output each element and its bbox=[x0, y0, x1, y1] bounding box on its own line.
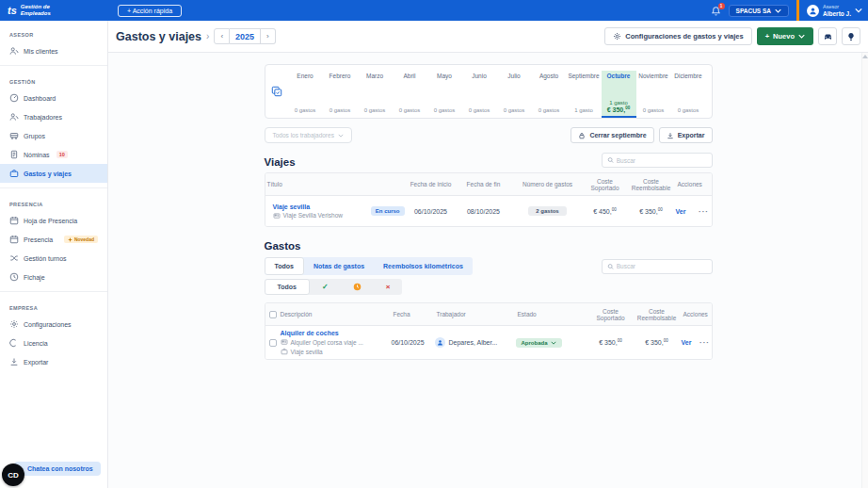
card-icon bbox=[281, 338, 288, 346]
sidebar-item-gestion-turnos[interactable]: Gestión turnos bbox=[0, 249, 107, 268]
tab-todos[interactable]: Todos bbox=[265, 257, 304, 275]
search-icon bbox=[607, 263, 614, 270]
sidebar-item-trabajadores[interactable]: Trabajadores bbox=[0, 107, 107, 126]
sidebar-section-empresa: EMPRESA bbox=[0, 301, 107, 315]
chevron-down-icon bbox=[338, 134, 344, 138]
company-selector[interactable]: SPACUS SA bbox=[729, 5, 789, 17]
trip-row-menu-button[interactable]: ··· bbox=[697, 207, 712, 216]
notification-badge: 1 bbox=[718, 3, 725, 9]
app-logo[interactable]: ts Gestión deEmpleados bbox=[0, 4, 108, 17]
people-icon bbox=[9, 112, 19, 122]
month-cell-septiembre[interactable]: Septiembre1 gasto bbox=[567, 71, 602, 118]
user-menu[interactable]: Asesor Alberto J. bbox=[807, 3, 862, 19]
status-filter-pending[interactable] bbox=[341, 279, 374, 295]
sidebar-item-hoja-de-presencia[interactable]: Hoja de Presencia bbox=[0, 211, 107, 230]
tips-button[interactable] bbox=[842, 27, 860, 45]
download-icon bbox=[9, 357, 19, 366]
quick-action-button[interactable]: + Acción rápida bbox=[118, 5, 182, 17]
viajes-table-row: Viaje sevilla Viaje Sevilla Verishow En … bbox=[265, 196, 712, 226]
sidebar-item-configuraciones[interactable]: Configuraciones bbox=[0, 315, 107, 333]
divider bbox=[0, 291, 107, 292]
download-icon bbox=[667, 132, 674, 139]
expense-link[interactable]: Alquiler de coches bbox=[281, 330, 339, 336]
gastos-search[interactable] bbox=[602, 259, 713, 274]
trip-link[interactable]: Viaje sevilla bbox=[273, 203, 311, 210]
sidebar-item-exportar[interactable]: Exportar bbox=[0, 352, 107, 371]
status-filter-rejected[interactable]: × bbox=[374, 279, 403, 295]
new-button[interactable]: + Nuevo bbox=[757, 27, 813, 45]
page-title: Gastos y viajes bbox=[116, 30, 201, 43]
workers-filter-dropdown[interactable]: Todos los trabajadores bbox=[265, 127, 352, 143]
trip-start-date: 06/10/2025 bbox=[407, 208, 456, 215]
trip-expense-count-badge: 2 gastos bbox=[528, 206, 566, 216]
expense-view-link[interactable]: Ver bbox=[682, 339, 692, 346]
shuffle-icon bbox=[9, 253, 19, 263]
sidebar-item-label: Gastos y viajes bbox=[24, 171, 72, 177]
sidebar-item-mis-clientes[interactable]: Mis clientes bbox=[0, 41, 107, 60]
sidebar-item-label: Configuraciones bbox=[24, 321, 72, 328]
worker-avatar bbox=[435, 337, 445, 348]
select-all-checkbox[interactable] bbox=[269, 311, 277, 318]
prev-year-button[interactable]: ‹ bbox=[214, 28, 230, 44]
export-button[interactable]: Exportar bbox=[659, 127, 713, 143]
row-checkbox[interactable] bbox=[269, 339, 277, 347]
mileage-button[interactable] bbox=[818, 27, 837, 45]
tab-reembolsos-kilometricos[interactable]: Reembolsos kilométricos bbox=[374, 257, 473, 275]
sidebar-item-presencia[interactable]: Presencia Novedad bbox=[0, 230, 107, 249]
tab-notas-de-gastos[interactable]: Notas de gastos bbox=[304, 257, 374, 275]
sidebar-item-grupos[interactable]: Grupos bbox=[0, 126, 107, 145]
expense-status-dropdown[interactable]: Aprobada bbox=[516, 338, 562, 348]
viajes-title: Viajes bbox=[265, 156, 296, 168]
trip-cost-reimbursable: € 350,00 bbox=[627, 207, 676, 215]
user-name: Alberto J. bbox=[823, 10, 851, 17]
month-cell-febrero[interactable]: Febrero0 gastos bbox=[323, 71, 358, 118]
expense-subtitle: Alquiler Opel corsa viaje ... bbox=[281, 338, 390, 346]
sidebar-item-label: Grupos bbox=[24, 133, 45, 139]
sidebar-item-label: Presencia bbox=[24, 236, 53, 243]
month-cell-octubre-active[interactable]: Octubre 1 gasto € 350,00 bbox=[602, 71, 636, 118]
next-year-button[interactable]: › bbox=[261, 28, 276, 44]
clock-icon bbox=[9, 272, 19, 282]
chat-widget-button[interactable]: CD bbox=[2, 464, 24, 486]
expense-trip: Viaje sevilla bbox=[281, 348, 390, 355]
vertical-scrollbar[interactable] bbox=[861, 53, 868, 488]
sidebar-item-label: Dashboard bbox=[24, 95, 56, 102]
sidebar-item-licencia[interactable]: Licencia bbox=[0, 333, 107, 352]
trip-view-link[interactable]: Ver bbox=[676, 208, 686, 215]
gastos-table: Descripción Fecha Trabajador Estado Cost… bbox=[265, 302, 713, 360]
month-cell-junio[interactable]: Junio0 gastos bbox=[462, 71, 497, 118]
expense-row-menu-button[interactable]: ··· bbox=[699, 338, 712, 347]
month-cell-diciembre[interactable]: Diciembre0 gastos bbox=[671, 71, 706, 118]
car-icon bbox=[823, 31, 833, 41]
trip-status-badge: En curso bbox=[371, 206, 405, 216]
sidebar-item-label: Gestión turnos bbox=[24, 255, 67, 262]
month-cell-mayo[interactable]: Mayo0 gastos bbox=[427, 71, 462, 118]
sidebar-item-gastos-y-viajes[interactable]: Gastos y viajes bbox=[0, 164, 107, 183]
scroll-up-arrow-icon bbox=[862, 55, 868, 58]
viajes-search[interactable] bbox=[602, 153, 713, 168]
status-filter-all[interactable]: Todos bbox=[265, 279, 310, 295]
year-label: 2025 bbox=[230, 28, 261, 44]
month-cell-agosto[interactable]: Agosto0 gastos bbox=[532, 71, 567, 118]
gastos-search-input[interactable] bbox=[617, 263, 707, 269]
sidebar-item-dashboard[interactable]: Dashboard bbox=[0, 89, 107, 107]
expense-settings-button[interactable]: Configuraciones de gastos y viajes bbox=[604, 27, 751, 45]
viajes-search-input[interactable] bbox=[617, 157, 707, 164]
status-filter-approved[interactable]: ✓ bbox=[310, 279, 341, 295]
x-icon: × bbox=[386, 283, 391, 291]
lock-icon bbox=[578, 132, 586, 139]
month-cell-noviembre[interactable]: Noviembre0 gastos bbox=[636, 71, 671, 118]
month-cell-abril[interactable]: Abril0 gastos bbox=[393, 71, 427, 118]
notifications-button[interactable]: 1 bbox=[711, 6, 721, 16]
gauge-icon bbox=[9, 93, 19, 103]
sidebar-item-label: Hoja de Presencia bbox=[24, 218, 77, 224]
close-month-button[interactable]: Cerrar septiembre bbox=[571, 127, 653, 143]
month-cell-enero[interactable]: Enero0 gastos bbox=[288, 71, 323, 118]
month-cell-marzo[interactable]: Marzo0 gastos bbox=[358, 71, 393, 118]
chat-button[interactable]: Chatea con nosotros bbox=[14, 462, 101, 476]
divider bbox=[0, 187, 107, 188]
month-cell-julio[interactable]: Julio0 gastos bbox=[497, 71, 532, 118]
sidebar-item-nominas[interactable]: Nóminas 10 bbox=[0, 145, 107, 164]
trip-end-date: 08/10/2025 bbox=[456, 208, 512, 215]
sidebar-item-fichaje[interactable]: Fichaje bbox=[0, 268, 107, 286]
